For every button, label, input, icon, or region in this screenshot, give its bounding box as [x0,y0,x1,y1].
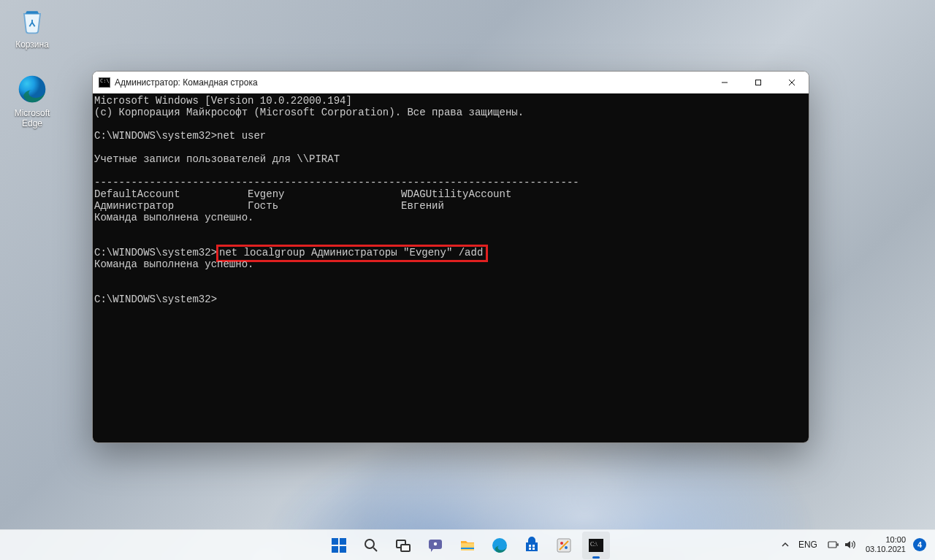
svg-rect-14 [533,545,535,547]
terminal-line: ----------------------------------------… [94,177,579,188]
svg-point-10 [434,542,437,545]
terminal-prompt: C:\WINDOWS\system32> [94,294,217,305]
terminal-line: Администратор Гость Евгений [94,200,444,212]
window-title: Администратор: Командная строка [115,77,258,88]
tray-status-group[interactable] [825,537,858,552]
notification-badge[interactable]: 4 [913,538,926,551]
terminal-line: Microsoft Windows [Version 10.0.22000.19… [94,95,352,107]
recycle-bin-icon [16,4,48,37]
terminal-line: Команда выполнена успешно. [94,258,253,270]
terminal-output[interactable]: Microsoft Windows [Version 10.0.22000.19… [93,93,809,442]
cmd-icon [99,77,110,88]
terminal-line: DefaultAccount Evgeny WDAGUtilityAccount [94,188,511,200]
svg-rect-4 [332,546,338,553]
svg-point-18 [560,542,563,545]
taskbar: C:\ ENG 10:00 03.10.2021 4 [0,529,935,560]
svg-rect-1 [756,80,761,85]
terminal-line: C:\WINDOWS\system32>net user [94,130,266,142]
clock-date: 03.10.2021 [866,545,906,554]
svg-point-19 [565,546,568,549]
start-button[interactable] [325,532,353,559]
svg-rect-3 [340,538,346,545]
svg-rect-8 [401,545,410,551]
desktop-icon-label: Корзина [15,39,49,50]
volume-icon [844,539,855,551]
desktop-icon-label: Microsoft Edge [15,108,50,129]
desktop: Корзина Microsoft Edge Администратор: Ко… [0,0,935,560]
task-view-button[interactable] [389,532,417,559]
store-button[interactable] [518,532,546,559]
highlighted-command: net localgroup Администраторы "Evgeny" /… [216,245,488,262]
system-tray: ENG 10:00 03.10.2021 4 [774,529,932,560]
network-icon [828,539,839,551]
minimize-button[interactable] [708,72,741,93]
clock-time: 10:00 [866,535,906,545]
titlebar[interactable]: Администратор: Командная строка [93,72,809,93]
terminal-line: Команда выполнена успешно. [94,212,253,223]
maximize-button[interactable] [741,72,775,93]
cmd-window: Администратор: Командная строка Microsof… [92,71,809,443]
app-button[interactable] [550,532,578,559]
terminal-prompt: C:\WINDOWS\system32> [94,247,217,258]
terminal-line: Учетные записи пользователей для \\PIRAT [94,153,340,165]
tray-overflow-button[interactable] [779,539,791,551]
svg-text:C:\: C:\ [590,541,598,548]
cmd-taskbar-button[interactable]: C:\ [582,532,610,559]
chat-button[interactable] [421,532,449,559]
svg-rect-22 [828,542,836,548]
svg-point-6 [365,540,374,548]
search-button[interactable] [357,532,385,559]
edge-button[interactable] [486,532,514,559]
close-button[interactable] [775,72,809,93]
svg-rect-15 [529,548,531,550]
clock[interactable]: 10:00 03.10.2021 [866,535,906,554]
svg-rect-16 [533,548,535,550]
svg-rect-11 [461,548,474,549]
window-controls [708,72,809,93]
edge-icon [16,73,48,105]
svg-rect-13 [529,545,531,547]
taskbar-center: C:\ [325,532,610,559]
svg-rect-2 [332,538,338,545]
file-explorer-button[interactable] [454,532,481,559]
svg-rect-5 [340,546,346,553]
desktop-icon-recycle-bin[interactable]: Корзина [4,4,61,50]
desktop-icon-microsoft-edge[interactable]: Microsoft Edge [4,73,61,129]
notification-count: 4 [917,540,922,549]
language-indicator[interactable]: ENG [798,540,817,550]
terminal-line: (c) Корпорация Майкрософт (Microsoft Cor… [94,107,524,118]
